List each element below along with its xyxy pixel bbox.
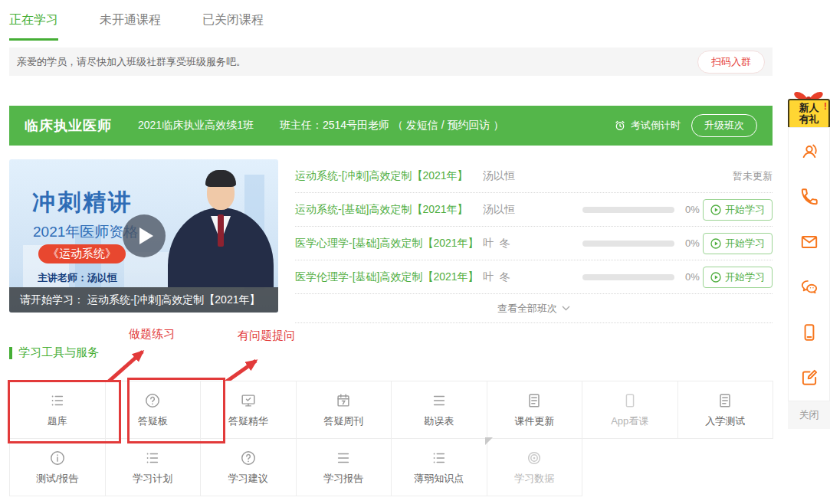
monitor-check-icon (240, 392, 257, 409)
class-header: 临床执业医师 2021临床执业高效续1班 班主任：2514号田老师 （ 发短信 … (9, 106, 773, 146)
tool-study-report[interactable]: 学习报告 (297, 439, 392, 496)
tools-grid: 题库 答疑板 答疑精华 答疑周刊 勘误表 课件更新 App看课 入学测试 (9, 381, 773, 496)
progress-bar (582, 241, 674, 247)
course-status: 暂未更新 (733, 169, 773, 183)
document-icon (717, 392, 733, 409)
tool-test-report[interactable]: 测试/报告 (10, 439, 106, 496)
section-accent-bar (9, 347, 12, 359)
course-learning-page: 正在学习 未开通课程 已关闭课程 亲爱的学员，请尽快加入班级社群享受班级服务吧。… (0, 0, 830, 504)
sidebar-close-button[interactable]: 关闭 (788, 401, 830, 429)
phone-icon[interactable] (799, 187, 819, 207)
tool-study-advice[interactable]: 学习建议 (201, 439, 297, 496)
tool-entrance-test[interactable]: 入学测试 (678, 381, 774, 439)
tool-courseware-update[interactable]: 课件更新 (487, 381, 583, 439)
course-title-link[interactable]: 医学心理学-[基础]高效定制【2021年】 (295, 237, 483, 250)
class-category: 临床执业医师 (25, 116, 112, 135)
list-icon (49, 392, 66, 409)
table-row: 医学伦理学-[基础]高效定制【2021年】 叶 冬 0% 开始学习 (295, 260, 773, 294)
mail-icon[interactable] (799, 232, 819, 252)
play-button[interactable] (123, 214, 166, 257)
tool-label: 学习数据 (514, 472, 554, 486)
tool-app-viewing[interactable]: App看课 (582, 381, 678, 439)
table-row: 医学心理学-[基础]高效定制【2021年】 叶 冬 0% 开始学习 (295, 227, 773, 260)
tool-label: 题库 (48, 414, 67, 428)
notice-bar: 亲爱的学员，请尽快加入班级社群享受班级服务吧。 扫码入群 (9, 47, 773, 76)
progress-percent: 0% (685, 271, 700, 283)
start-learning-button[interactable]: 开始学习 (703, 267, 773, 288)
tab-learning[interactable]: 正在学习 (9, 12, 58, 41)
tool-label: 学习计划 (133, 472, 172, 486)
lecturer-photo (205, 170, 236, 187)
tool-qa-board[interactable]: 答疑板 (106, 381, 202, 439)
wechat-icon[interactable] (799, 277, 819, 297)
lines-icon (335, 450, 352, 466)
target-icon (526, 450, 543, 466)
tool-study-plan[interactable]: 学习计划 (106, 439, 202, 496)
tool-label: 入学测试 (705, 414, 745, 428)
table-row: 运动系统-[冲刺]高效定制【2021年】 汤以恒 暂未更新 (295, 159, 773, 193)
chevron-down-icon (562, 306, 570, 311)
gift-badge-line2: 有礼 (789, 113, 828, 125)
tool-qa-highlights[interactable]: 答疑精华 (201, 381, 297, 439)
tool-label: 答疑周刊 (323, 414, 363, 428)
empty-cell (582, 439, 678, 496)
customer-service-icon[interactable] (799, 142, 819, 162)
play-icon (139, 227, 153, 244)
exam-countdown-label: 考试倒计时 (631, 119, 681, 133)
gift-badge-text: 新人 有礼 ! (788, 99, 830, 129)
tool-question-bank[interactable]: 题库 (10, 381, 106, 439)
view-all-label: 查看全部班次 (497, 302, 557, 316)
edit-icon[interactable] (799, 368, 819, 388)
course-teacher: 叶 冬 (483, 270, 543, 284)
course-teacher: 叶 冬 (483, 237, 543, 250)
calendar-icon (335, 392, 352, 409)
scan-join-group-button[interactable]: 扫码入群 (697, 51, 765, 74)
course-title-link[interactable]: 运动系统-[冲刺]高效定制【2021年】 (295, 169, 483, 183)
course-video-card[interactable]: 冲刺精讲 2021年医师资格 《运动系统》 主讲老师：汤以恒 请开始学习： 运动… (9, 159, 278, 313)
lecturer-photo (218, 214, 224, 247)
play-circle-icon (710, 238, 721, 249)
course-teacher: 汤以恒 (483, 203, 543, 217)
class-name: 2021临床执业高效续1班 (138, 119, 254, 133)
tool-qa-weekly[interactable]: 答疑周刊 (297, 381, 392, 439)
video-subject-badge: 《运动系统》 (38, 244, 126, 263)
gift-badge-mark: ! (824, 100, 827, 112)
tools-section-header: 学习工具与服务 (9, 345, 99, 360)
start-learning-label: 开始学习 (725, 203, 765, 217)
play-circle-icon (710, 205, 721, 215)
tooltip-corner (485, 437, 493, 445)
start-learning-button[interactable]: 开始学习 (703, 233, 773, 254)
start-learning-button[interactable]: 开始学习 (703, 199, 773, 221)
start-learning-label: 开始学习 (725, 237, 765, 250)
question-circle-icon (144, 392, 161, 409)
alarm-clock-icon (614, 119, 626, 132)
head-teacher-info[interactable]: 班主任：2514号田老师 （ 发短信 / 预约回访 ） (280, 119, 504, 133)
question-circle-icon (240, 450, 257, 466)
tool-label: 薄弱知识点 (414, 472, 464, 486)
tool-label: 学习建议 (228, 472, 268, 486)
tool-label: App看课 (611, 414, 648, 428)
tab-closed[interactable]: 已关闭课程 (202, 12, 264, 41)
play-circle-icon (710, 272, 721, 283)
new-user-gift-badge[interactable]: 新人 有礼 ! (788, 89, 830, 129)
exam-countdown[interactable]: 考试倒计时 (614, 119, 681, 133)
mobile-icon[interactable] (799, 322, 819, 342)
course-title-link[interactable]: 医学伦理学-[基础]高效定制【2021年】 (295, 270, 483, 284)
tool-label: 答疑板 (138, 414, 168, 428)
view-all-classes[interactable]: 查看全部班次 (295, 294, 773, 323)
lines-icon (431, 392, 448, 409)
upgrade-class-button[interactable]: 升级班次 (691, 114, 757, 137)
contact-sidebar (788, 127, 830, 401)
tab-not-opened[interactable]: 未开通课程 (100, 12, 161, 41)
video-lecturer: 主讲老师：汤以恒 (38, 271, 117, 285)
tool-errata[interactable]: 勘误表 (392, 381, 487, 439)
tool-study-data[interactable]: 学习数据 (487, 439, 583, 496)
table-row: 运动系统-[基础]高效定制【2021年】 汤以恒 0% 开始学习 (295, 193, 773, 227)
progress-percent: 0% (685, 204, 700, 215)
tools-section-title: 学习工具与服务 (18, 345, 99, 360)
annotation-practice: 做题练习 (129, 327, 175, 342)
tool-weak-points[interactable]: 薄弱知识点 (392, 439, 487, 496)
course-teacher: 汤以恒 (483, 169, 543, 183)
list-icon (431, 450, 448, 466)
course-title-link[interactable]: 运动系统-[基础]高效定制【2021年】 (295, 203, 483, 217)
